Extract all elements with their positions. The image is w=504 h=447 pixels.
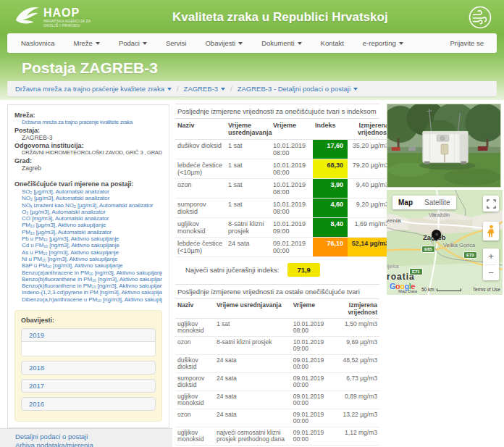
info-value-3: Zagreb xyxy=(14,164,162,172)
pollutant-link-10[interactable]: Ni u PM₁₀ [ng/m3], Aktivno sakupljanje xyxy=(22,256,162,262)
site-title: Kvaliteta zraka u Republici Hrvatskoj xyxy=(172,10,388,25)
logo-text: HAOP HRVATSKA AGENCIJA ZA OKOLIŠ I PRIRO… xyxy=(43,7,91,28)
info-label-0: Mreža: xyxy=(14,112,162,119)
cell-naziv: sumporov dioksid xyxy=(175,373,214,391)
cell-naziv: ozon xyxy=(175,179,226,199)
map-label-velika-gorica: Velika Gorica xyxy=(443,242,475,248)
satellite-view-button[interactable]: Satellite xyxy=(419,196,456,209)
pollutant-link-13[interactable]: Benzo(b)fluoranthene in PM₁₀ [ng/m3], Ak… xyxy=(22,276,162,283)
fullscreen-button[interactable] xyxy=(483,196,499,212)
cell-usrednjavanje: 24 sata xyxy=(214,355,291,373)
pollutant-link-11[interactable]: BaP u PM₁₀ [ng/m3], Aktivno sakupljanje xyxy=(22,262,162,269)
cell-indeks: 4,60 xyxy=(313,199,348,218)
nav-items: NaslovnicaMrežePodaciServisiObavijestiDo… xyxy=(12,39,413,47)
station-photo xyxy=(387,104,501,188)
table-row: ozon1 sat10.01.201908:003,909,40 µg/m3 xyxy=(175,179,391,199)
footer-link-arhiva-podataka-mjerenja[interactable]: Arhiva podataka/mjerenja xyxy=(15,441,172,447)
map-view-button[interactable]: Map xyxy=(392,196,419,209)
pollutant-link-7[interactable]: Pb u PM₁₀ [µg/m3], Aktivno sakupljanje xyxy=(22,235,162,242)
cell-indeks: 68,30 xyxy=(313,159,348,179)
cell-usrednjavanje: 24 sata xyxy=(214,409,291,427)
cell-vrijeme: 09.01.201900:00 xyxy=(291,391,333,409)
zoom-out-button[interactable]: − xyxy=(483,265,499,281)
road-badge-e71: E71 xyxy=(409,268,423,275)
zoom-in-button[interactable]: + xyxy=(483,248,499,264)
table-row: ozon8-satni klizni prosjek10.01.201909:0… xyxy=(175,337,379,355)
cell-vrijeme: 10.01.201908:00 xyxy=(271,159,313,179)
breadcrumb-link-2[interactable]: ZAGREB-3 - Detaljni podaci o postaji xyxy=(238,85,358,93)
main-nav: NaslovnicaMrežePodaciServisiObavijestiDo… xyxy=(7,33,497,53)
cell-vrijeme: 09.01.201900:00 xyxy=(291,355,333,373)
chevron-down-icon xyxy=(221,88,225,91)
pollutant-link-9[interactable]: As u PM₁₀ [ng/m3], Aktivno sakupljanje xyxy=(22,249,162,256)
google-map[interactable]: Varaždin venia Zagreb Velika Gorica ijek… xyxy=(387,190,503,295)
cell-time: 08:00 xyxy=(273,208,311,215)
cell-vrijeme: 10.01.201908:00 xyxy=(291,319,333,337)
nav-item-e-reporting[interactable]: e-reporting xyxy=(353,39,413,47)
station-info: Mreža:Državna mreža za trajno praćenje k… xyxy=(14,112,162,172)
chevron-down-icon xyxy=(96,42,100,45)
cell-time: 08:00 xyxy=(293,327,331,335)
notices-year-2016[interactable]: 2016 xyxy=(21,397,156,411)
cell-vrijeme: 10.01.201908:00 xyxy=(271,179,313,199)
other-table-header-row: NazivVrijeme usrednjavanjaVrijemeIzmjere… xyxy=(175,299,379,319)
cell-time: 08:00 xyxy=(273,169,311,176)
page-header: HAOP HRVATSKA AGENCIJA ZA OKOLIŠ I PRIRO… xyxy=(0,0,504,100)
nav-item-dokumenti[interactable]: Dokumenti xyxy=(252,39,311,47)
terms-of-use-link[interactable]: Terms of Use xyxy=(473,287,500,292)
map-scale: 50 km xyxy=(421,287,461,292)
breadcrumb-link-0[interactable]: Državna mreža za trajno praćenje kvalite… xyxy=(15,85,172,93)
cell-vrijednost: 1,12 mg/m3 xyxy=(333,427,379,446)
logo-acronym: HAOP xyxy=(43,7,91,19)
nav-item-naslovnica[interactable]: Naslovnica xyxy=(12,39,64,47)
notices-year-2017[interactable]: 2017 xyxy=(21,379,156,393)
top-bar: HAOP HRVATSKA AGENCIJA ZA OKOLIŠ I PRIRO… xyxy=(0,0,504,33)
pollutant-link-12[interactable]: Benzo(a)anthracene in PM₁₀ [ng/m3], Akti… xyxy=(22,270,162,276)
left-footer-links: Detaljni podaci o postajiArhiva podataka… xyxy=(0,428,172,447)
login-link[interactable]: Prijavite se xyxy=(442,39,492,47)
cell-usrednjavanje: 8-satni klizni prosjek xyxy=(214,337,291,355)
info-value-0[interactable]: Državna mreža za trajno praćenje kvalite… xyxy=(14,119,162,126)
pollutant-link-1[interactable]: NO₂ [µg/m3], Automatski analizator xyxy=(22,195,162,201)
pollutant-link-3[interactable]: O₃ [µg/m3], Automatski analizator xyxy=(22,209,162,215)
pollutant-link-16[interactable]: Dibenzo(a,h)anthracene u PM₁₀ [ng/m3], A… xyxy=(22,296,162,303)
footer-link-detaljni-podaci-o-postaji[interactable]: Detaljni podaci o postaji xyxy=(15,433,172,441)
cell-vrijednost: 35,20 µg/m3 xyxy=(348,140,391,159)
cell-date: 10.01.2019 xyxy=(273,220,311,227)
info-label-1: Postaja: xyxy=(14,127,162,134)
cell-vrijeme: 09.01.201900:00 xyxy=(291,373,333,391)
pollutant-link-0[interactable]: SO₂ [µg/m3], Automatski analizator xyxy=(22,188,162,195)
info-value-1: ZAGREB-3 xyxy=(14,134,162,141)
cell-naziv: lebdeće čestice (<10µm) xyxy=(175,238,226,257)
table-row: ugljikov monoksidnajveći osmosatni klizn… xyxy=(175,427,379,446)
breadcrumb-link-1[interactable]: ZAGREB-3 xyxy=(184,85,226,93)
max-index-badge: 71,9 xyxy=(287,263,320,277)
cell-date: 09.01.2019 xyxy=(273,240,311,247)
cell-vrijeme: 09.01.201900:00 xyxy=(291,409,333,427)
cell-naziv: sumporov dioksid xyxy=(175,199,226,218)
road-badge-e73: E73 xyxy=(463,251,477,259)
col-header: Naziv xyxy=(175,119,226,140)
pollutant-link-14[interactable]: Benzo(k)fluoranthene in PM₁₀ [ng/m3], Ak… xyxy=(22,283,162,289)
notices-year-2019[interactable]: 2019 xyxy=(21,328,156,342)
table-row: lebdeće čestice (<10µm)1 sat10.01.201908… xyxy=(175,159,391,179)
cell-usrednjavanje: 1 sat xyxy=(226,199,271,218)
nav-item-mre-e[interactable]: Mreže xyxy=(64,39,109,47)
nav-item-podaci[interactable]: Podaci xyxy=(109,39,156,47)
pollutant-link-2[interactable]: NOₓ izraženi kao NO₂ [µg/m3], Automatski… xyxy=(22,202,162,209)
cell-time: 09:00 xyxy=(273,227,311,235)
pollutant-link-6[interactable]: PM₁₀ [µg/m3], Automatski analizator xyxy=(22,229,162,235)
pollutant-link-4[interactable]: CO [mg/m3], Automatski analizator xyxy=(22,215,162,222)
nav-item-servisi[interactable]: Servisi xyxy=(156,39,196,47)
nav-item-kontakt[interactable]: Kontakt xyxy=(311,39,353,47)
nav-item-obavijesti[interactable]: Obavijesti xyxy=(196,39,252,47)
notices-year-2018[interactable]: 2018 xyxy=(21,361,156,375)
col-header: Indeks xyxy=(313,119,348,140)
cell-usrednjavanje: 24 sata xyxy=(214,373,291,391)
pollutant-link-15[interactable]: Indeno-(1,2,3-cd)pyrene in PM [ng/m3], A… xyxy=(22,289,162,296)
pollutant-link-8[interactable]: Cd u PM₁₀ [ng/m3], Aktivno sakupljanje xyxy=(22,242,162,248)
haop-logo[interactable]: HAOP HRVATSKA AGENCIJA ZA OKOLIŠ I PRIRO… xyxy=(13,2,91,33)
pollutant-link-5[interactable]: PM₁₀ [µg/m3], Aktivno sakupljanje xyxy=(22,222,162,228)
cell-vrijeme: 10.01.201908:00 xyxy=(271,140,313,159)
pegman-control[interactable] xyxy=(483,222,499,241)
